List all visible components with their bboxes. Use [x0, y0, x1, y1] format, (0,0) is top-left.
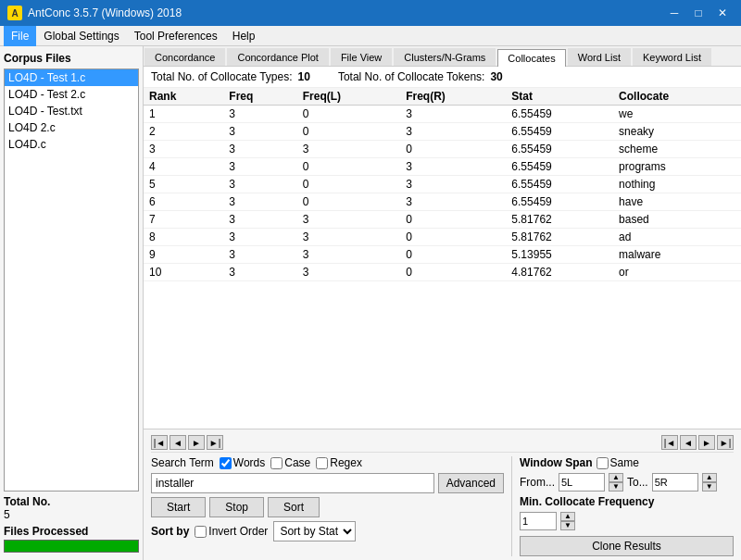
- menu-help[interactable]: Help: [225, 26, 263, 46]
- menu-tool-preferences[interactable]: Tool Preferences: [127, 26, 225, 46]
- list-item[interactable]: LO4D - Test.txt: [5, 103, 138, 119]
- from-spin-up[interactable]: ▲: [609, 473, 623, 482]
- clone-results-button[interactable]: Clone Results: [520, 536, 734, 556]
- to-input[interactable]: [652, 473, 698, 492]
- same-checkbox-label[interactable]: Same: [597, 456, 639, 469]
- list-item[interactable]: LO4D 2.c: [5, 119, 138, 136]
- list-item[interactable]: LO4D - Test 1.c: [5, 69, 138, 86]
- table-row[interactable]: 23036.55459sneaky: [144, 123, 741, 141]
- table-row[interactable]: 93305.13955malware: [144, 246, 741, 264]
- sort-dropdown[interactable]: Sort by Stat: [273, 521, 356, 541]
- invert-order-checkbox[interactable]: [195, 526, 207, 538]
- tab-keyword-list[interactable]: Keyword List: [633, 48, 711, 66]
- col-freq-l[interactable]: Freq(L): [297, 88, 400, 106]
- col-collocate[interactable]: Collocate: [613, 88, 741, 106]
- menu-file[interactable]: File: [4, 26, 36, 46]
- freq-label: Min. Collocate Frequency: [520, 495, 654, 508]
- scroll-fwd-button[interactable]: ►: [188, 435, 205, 450]
- to-spin-up[interactable]: ▲: [702, 473, 717, 482]
- regex-checkbox-label[interactable]: Regex: [316, 456, 362, 469]
- window-controls: ─ □ ✕: [663, 4, 734, 22]
- scroll-right-start-button[interactable]: |◄: [661, 435, 678, 450]
- col-rank[interactable]: Rank: [144, 88, 223, 106]
- minimize-button[interactable]: ─: [663, 4, 685, 22]
- table-row[interactable]: 83305.81762ad: [144, 229, 741, 246]
- scroll-right-fwd-button[interactable]: ►: [698, 435, 715, 450]
- tab-bar: Concordance Concordance Plot File View C…: [144, 46, 741, 67]
- col-freq-r[interactable]: Freq(R): [400, 88, 506, 106]
- tab-concordance[interactable]: Concordance: [144, 48, 225, 66]
- search-options: Search Term Words Case Reg: [151, 456, 504, 469]
- list-item[interactable]: LO4D - Test 2.c: [5, 86, 138, 103]
- list-item[interactable]: LO4D.c: [5, 136, 138, 153]
- col-stat[interactable]: Stat: [506, 88, 613, 106]
- collocate-tokens-label: Total No. of Collocate Tokens:: [338, 70, 485, 83]
- scroll-right-back-button[interactable]: ◄: [680, 435, 697, 450]
- table-row[interactable]: 103304.81762or: [144, 264, 741, 281]
- search-input[interactable]: [151, 473, 434, 493]
- tab-file-view[interactable]: File View: [331, 48, 392, 66]
- case-checkbox-label[interactable]: Case: [270, 456, 310, 469]
- table-row[interactable]: 43036.55459programs: [144, 158, 741, 176]
- scroll-end-button[interactable]: ►|: [207, 435, 223, 450]
- app-title: AntConc 3.5.7 (Windows) 2018: [28, 6, 182, 19]
- start-button[interactable]: Start: [151, 497, 206, 517]
- from-spin-down[interactable]: ▼: [609, 482, 623, 492]
- table-row[interactable]: 33306.55459scheme: [144, 141, 741, 158]
- left-panel: Corpus Files LO4D - Test 1.c LO4D - Test…: [0, 46, 144, 560]
- regex-checkbox[interactable]: [316, 457, 328, 469]
- close-button[interactable]: ✕: [711, 4, 734, 22]
- results-table-container[interactable]: Rank Freq Freq(L) Freq(R) Stat Collocate…: [144, 88, 741, 429]
- tab-collocates[interactable]: Collocates: [497, 49, 565, 67]
- menubar: File Global Settings Tool Preferences He…: [0, 26, 741, 46]
- freq-spin-up[interactable]: ▲: [560, 512, 575, 521]
- files-processed-label: Files Processed: [4, 525, 139, 538]
- right-panel: Concordance Concordance Plot File View C…: [144, 46, 741, 560]
- stop-button[interactable]: Stop: [209, 497, 264, 517]
- menu-global-settings[interactable]: Global Settings: [36, 26, 126, 46]
- same-checkbox[interactable]: [597, 457, 609, 469]
- tab-clusters[interactable]: Clusters/N-Grams: [394, 48, 496, 66]
- search-row: Advanced: [151, 473, 504, 493]
- freq-input-row: ▲ ▼: [520, 512, 734, 530]
- freq-input[interactable]: [520, 512, 557, 530]
- tab-word-list[interactable]: Word List: [568, 48, 631, 66]
- window-span-label: Window Span: [520, 456, 593, 469]
- to-spin-down[interactable]: ▼: [702, 482, 717, 492]
- bottom-controls: |◄ ◄ ► ►| |◄ ◄ ► ►| Search Term: [144, 429, 741, 560]
- action-buttons: Start Stop Sort: [151, 497, 504, 517]
- words-label: Words: [233, 456, 265, 469]
- maximize-button[interactable]: □: [687, 4, 710, 22]
- col-freq[interactable]: Freq: [223, 88, 296, 106]
- collocate-tokens-value: 30: [490, 70, 502, 83]
- left-bottom: Search Term Words Case Reg: [151, 456, 504, 556]
- case-label: Case: [284, 456, 310, 469]
- sort-by-row: Sort by Invert Order Sort by Stat: [151, 521, 504, 541]
- scroll-right-end-button[interactable]: ►|: [717, 435, 734, 450]
- same-label: Same: [610, 456, 639, 469]
- table-row[interactable]: 63036.55459have: [144, 193, 741, 211]
- to-label: To...: [627, 476, 648, 489]
- scroll-start-button[interactable]: |◄: [151, 435, 168, 450]
- table-row[interactable]: 53036.55459nothing: [144, 176, 741, 193]
- advanced-button[interactable]: Advanced: [438, 473, 504, 493]
- table-row[interactable]: 73305.81762based: [144, 211, 741, 229]
- tab-concordance-plot[interactable]: Concordance Plot: [227, 48, 328, 66]
- collocate-types-label: Total No. of Collocate Types:: [151, 70, 293, 83]
- total-label: Total No.: [4, 495, 139, 508]
- from-input[interactable]: [559, 473, 605, 492]
- words-checkbox-label[interactable]: Words: [220, 456, 265, 469]
- scroll-back-button[interactable]: ◄: [170, 435, 186, 450]
- bottom-info: Total No. 5 Files Processed: [4, 492, 139, 556]
- file-list[interactable]: LO4D - Test 1.c LO4D - Test 2.c LO4D - T…: [4, 68, 139, 492]
- invert-order-label[interactable]: Invert Order: [195, 525, 268, 538]
- progress-bar: [4, 540, 139, 553]
- scroll-row: |◄ ◄ ► ►| |◄ ◄ ► ►|: [151, 433, 734, 453]
- freq-spin-down[interactable]: ▼: [560, 521, 575, 530]
- words-checkbox[interactable]: [220, 457, 232, 469]
- window-span-inputs: From... ▲ ▼ To... ▲ ▼: [520, 473, 734, 492]
- collocate-types-value: 10: [298, 70, 310, 83]
- table-row[interactable]: 13036.55459we: [144, 106, 741, 123]
- case-checkbox[interactable]: [270, 457, 283, 469]
- sort-button[interactable]: Sort: [268, 497, 320, 517]
